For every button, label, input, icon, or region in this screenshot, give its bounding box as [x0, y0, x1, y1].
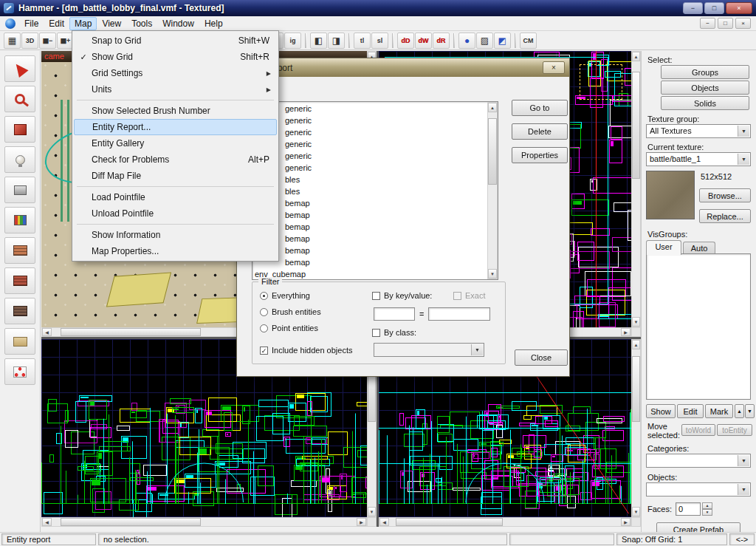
menu-item-map-properties[interactable]: Map Properties...: [74, 243, 277, 259]
texture-group-combo[interactable]: All Textures ▼: [646, 124, 751, 138]
menu-item-unload-pointfile[interactable]: Unload Pointfile: [74, 205, 277, 222]
visgroup-down-button[interactable]: ▼: [745, 404, 755, 418]
overlay-tool-button[interactable]: [4, 298, 35, 324]
scroll-thumb[interactable]: [632, 356, 640, 422]
scroll-right-button[interactable]: ▶: [621, 518, 630, 526]
scroll-down-button[interactable]: ▼: [488, 269, 497, 279]
entity-list-item[interactable]: bemap: [252, 233, 487, 245]
texture-scale-lock-button[interactable]: sl: [371, 33, 388, 49]
menu-tools[interactable]: Tools: [126, 17, 157, 30]
menu-view[interactable]: View: [97, 17, 126, 30]
visgroup-show-button[interactable]: Show: [646, 404, 676, 418]
dialog-title-bar[interactable]: Entity Report ×: [237, 58, 569, 77]
horizontal-scrollbar[interactable]: ◀▶: [379, 517, 631, 527]
dropdown-arrow-icon[interactable]: ▼: [738, 484, 749, 495]
entity-list-scrollbar[interactable]: ▲▼: [487, 102, 498, 279]
scroll-left-button[interactable]: ◀: [379, 518, 389, 526]
vertical-scrollbar[interactable]: ▲▼: [631, 51, 641, 327]
split-face-button[interactable]: ◩: [494, 33, 511, 49]
entity-list-item[interactable]: bles: [252, 174, 487, 185]
faces-input[interactable]: 0: [676, 502, 701, 516]
scroll-up-button[interactable]: ▲: [632, 52, 640, 61]
select-objects-button[interactable]: Objects: [661, 81, 749, 95]
scroll-left-button[interactable]: ◀: [42, 518, 52, 526]
scroll-right-button[interactable]: ▶: [357, 518, 366, 526]
menu-edit[interactable]: Edit: [44, 17, 69, 30]
scroll-thumb[interactable]: [632, 72, 640, 179]
select-dw-toggle-button[interactable]: dW: [415, 33, 432, 49]
close-dialog-button[interactable]: Close: [515, 349, 568, 366]
select-dd-toggle-button[interactable]: dD: [397, 33, 414, 49]
mdi-minimize-button[interactable]: −: [700, 18, 715, 29]
vertex-tool-button[interactable]: [4, 358, 35, 385]
block-tool-button[interactable]: [4, 177, 35, 203]
scroll-track[interactable]: [52, 518, 357, 526]
value-input[interactable]: [428, 307, 490, 321]
dropdown-arrow-icon[interactable]: ▼: [471, 344, 483, 355]
create-prefab-button[interactable]: Create Prefab: [656, 522, 740, 532]
texture-application-tool-button[interactable]: [4, 207, 35, 233]
cordon-mask-button[interactable]: CM: [520, 33, 537, 49]
dropdown-arrow-icon[interactable]: ▼: [738, 455, 749, 466]
by-keyvalue-checkbox[interactable]: By key/value:: [372, 291, 432, 300]
visgroup-mark-button[interactable]: Mark: [705, 404, 733, 418]
select-dr-toggle-button[interactable]: dR: [433, 33, 450, 49]
vertical-scrollbar[interactable]: ▲▼: [631, 339, 641, 517]
include-hidden-checkbox[interactable]: ✓ Include hidden objects: [260, 346, 352, 355]
entity-list-item[interactable]: generic: [252, 103, 487, 115]
entity-list-item[interactable]: generic: [252, 126, 487, 138]
select-groups-button[interactable]: Groups: [661, 65, 749, 79]
menu-item-diff-map-file[interactable]: Diff Map File: [74, 168, 277, 184]
scroll-track[interactable]: [632, 349, 640, 507]
entity-list-item[interactable]: bemap: [252, 245, 487, 256]
apply-texture-tool-button[interactable]: [4, 237, 35, 264]
horizontal-scrollbar[interactable]: ◀▶: [41, 517, 367, 527]
entity-list-item[interactable]: bles: [252, 185, 487, 197]
mdi-restore-button[interactable]: □: [718, 18, 733, 29]
menu-window[interactable]: Window: [157, 17, 199, 30]
entity-list-item[interactable]: generic: [252, 138, 487, 150]
entity-list-item[interactable]: bemap: [252, 221, 487, 233]
menu-item-entity-gallery[interactable]: Entity Gallery: [74, 135, 277, 151]
displacement-mask-button[interactable]: ▨: [476, 33, 493, 49]
tab-user[interactable]: User: [646, 240, 681, 255]
close-button[interactable]: ×: [726, 2, 752, 14]
dropdown-arrow-icon[interactable]: ▼: [738, 126, 749, 137]
document-icon[interactable]: [5, 18, 16, 29]
selected-brush[interactable]: [106, 272, 171, 307]
scroll-down-button[interactable]: ▼: [368, 507, 376, 516]
selection-tool-button[interactable]: [4, 55, 35, 82]
toggle-grid-button[interactable]: ▦: [4, 33, 21, 49]
entity-tool-button[interactable]: [4, 146, 35, 173]
magnify-tool-button[interactable]: [4, 86, 35, 112]
entity-list-item[interactable]: env_cubemap: [252, 268, 487, 280]
menu-item-units[interactable]: Units▶: [74, 81, 277, 98]
select-solids-button[interactable]: Solids: [661, 96, 749, 110]
camera-tool-button[interactable]: [4, 116, 35, 143]
menu-map[interactable]: Map: [69, 17, 97, 30]
scroll-up-button[interactable]: ▲: [632, 340, 640, 349]
dialog-close-button[interactable]: ×: [543, 61, 565, 74]
status-resize-handle[interactable]: <->: [729, 533, 755, 545]
menu-item-snap-to-grid[interactable]: Snap to GridShift+W: [74, 33, 277, 49]
dropdown-arrow-icon[interactable]: ▼: [738, 154, 749, 165]
menu-item-show-information[interactable]: Show Information: [74, 227, 277, 243]
menu-item-entity-report[interactable]: Entity Report...: [74, 119, 277, 135]
scroll-thumb[interactable]: [396, 518, 502, 526]
decal-tool-button[interactable]: [4, 267, 35, 294]
entity-list-item[interactable]: bemap: [252, 256, 487, 268]
entity-list-item[interactable]: generic: [252, 115, 487, 126]
to-world-button[interactable]: toWorld: [681, 424, 715, 436]
radio-point-entities[interactable]: Point entities: [260, 324, 318, 332]
mdi-close-button[interactable]: ×: [735, 18, 751, 29]
toggle-3d-grid-button[interactable]: 3D: [21, 33, 38, 49]
radio-everything[interactable]: Everything: [260, 291, 310, 300]
faces-spin-up-button[interactable]: ▲: [702, 502, 712, 509]
categories-combo[interactable]: ▼: [646, 454, 751, 468]
scroll-up-button[interactable]: ▲: [488, 103, 497, 112]
radio-brush-entities[interactable]: Brush entities: [260, 307, 321, 316]
key-input[interactable]: [374, 307, 415, 321]
class-combo[interactable]: ▼: [374, 343, 484, 357]
sphere-helper-button[interactable]: ●: [458, 33, 475, 49]
scroll-thumb[interactable]: [61, 328, 201, 336]
